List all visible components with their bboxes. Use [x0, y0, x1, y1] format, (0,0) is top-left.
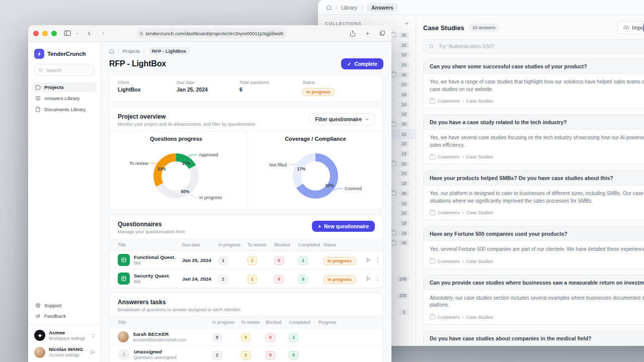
collection-count-badge: 20: [399, 161, 409, 167]
play-button[interactable]: [362, 276, 375, 282]
answer-card[interactable]: Can you share some successful case studi…: [423, 59, 644, 109]
answers-search[interactable]: [423, 39, 644, 54]
share-icon[interactable]: [350, 30, 356, 37]
tendercrunch-logo-icon: [34, 49, 44, 59]
support-link[interactable]: Support: [28, 300, 101, 311]
subcategory-link[interactable]: Case Studies: [466, 210, 494, 215]
answerer-row[interactable]: Unassigned Questions unassigned 2 2 0 0: [110, 346, 383, 362]
complete-button[interactable]: ✓ Complete: [341, 58, 383, 69]
answer-card[interactable]: Have your products helped SMBs? Do you h…: [423, 170, 644, 220]
answer-card[interactable]: Do you have case studies about companies…: [423, 331, 644, 346]
category-link[interactable]: Customers: [438, 259, 460, 264]
legend-not-filled: Not filled: [269, 162, 286, 167]
minimize-window-button[interactable]: [42, 31, 48, 36]
zoom-window-button[interactable]: [51, 31, 57, 36]
sidebar-item-answers-library[interactable]: Answers Library: [32, 93, 97, 103]
filter-questionnaire-dropdown[interactable]: Filter questionnaire: [309, 113, 375, 125]
questionnaire-size: 8kb: [134, 260, 176, 266]
import-label: Import: [632, 25, 644, 31]
brand[interactable]: TenderCrunch: [28, 42, 101, 64]
category-link[interactable]: Customers: [438, 315, 460, 320]
collection-title: Case Studies: [423, 24, 464, 32]
sidebar-item-projects[interactable]: Projects: [32, 82, 97, 92]
extension-icon[interactable]: [270, 31, 275, 36]
new-tab-icon[interactable]: [365, 31, 370, 36]
category-link[interactable]: Customers: [438, 99, 460, 104]
workspace-logo-icon: [34, 330, 45, 341]
home-icon[interactable]: [326, 5, 332, 10]
back-button[interactable]: [87, 31, 92, 36]
chevron-down-icon[interactable]: [75, 31, 79, 36]
play-button[interactable]: [362, 257, 375, 263]
status-label: Status: [302, 80, 375, 85]
breadcrumb-separator: /: [143, 48, 145, 54]
category-link[interactable]: Customers: [438, 210, 460, 215]
answers-list: Can you share some successful case studi…: [423, 59, 644, 346]
workspace-name: Acmee: [49, 330, 85, 336]
collection-count-badge: 206: [397, 293, 409, 299]
book-icon: [35, 96, 41, 101]
category-link[interactable]: Customers: [438, 154, 460, 159]
breadcrumb-library[interactable]: Library: [341, 5, 357, 11]
answer-card[interactable]: Have any Fortune 500 companies used your…: [423, 226, 644, 269]
breadcrumb-current[interactable]: RFP - LightBox: [148, 47, 190, 55]
row-menu-button[interactable]: ⋮: [375, 256, 381, 263]
add-collection-button[interactable]: +: [405, 20, 409, 27]
answerers-title: Answerers tasks: [118, 299, 242, 306]
subcategory-link[interactable]: Case Studies: [466, 259, 494, 264]
workspace-switcher[interactable]: Acmee Workspace settings: [28, 325, 101, 346]
chart-title: Questions progress: [150, 136, 202, 142]
questions-progress-chart: Questions progress 17% 50% 33% Approved …: [110, 132, 247, 209]
total-questions-label: Total questions: [239, 80, 302, 85]
collection-count-badge: 10: [399, 220, 409, 226]
answers-search-input[interactable]: [438, 43, 644, 50]
coverage-compliance-chart: Coverage / Compliance 17% 33% Not filled…: [247, 132, 384, 209]
close-window-button[interactable]: [33, 31, 39, 36]
account-name: Nicolas WANG: [49, 346, 83, 352]
answer-card[interactable]: Do you have a case study related to the …: [423, 115, 644, 164]
to-review-count: 2: [241, 351, 251, 359]
answerer-row[interactable]: Sarah BECKER account@tendercrunch.com 0 …: [110, 328, 383, 346]
folder-icon: [391, 241, 396, 245]
row-menu-button[interactable]: ⋮: [375, 275, 381, 282]
home-icon[interactable]: [109, 49, 114, 54]
question-text: Do you have a case study related to the …: [424, 115, 644, 130]
breadcrumb-projects[interactable]: Projects: [123, 48, 140, 54]
answerer-name: Sarah BECKER: [133, 331, 186, 337]
subcategory-link[interactable]: Case Studies: [466, 99, 494, 104]
address-bar[interactable]: tendercrunch.com/dashboard/projects/clrc…: [137, 28, 286, 38]
folder-icon: [391, 191, 396, 196]
questionnaire-row[interactable]: Functional Quest. 8kb Jan 25, 2024 1 1 0…: [110, 251, 383, 269]
breadcrumb-separator: /: [361, 5, 363, 11]
answer-card[interactable]: Can you provide case studies where busin…: [423, 275, 644, 325]
sidebar-item-documents-library[interactable]: Documents Library: [32, 104, 97, 114]
sidebar-search[interactable]: [34, 64, 95, 76]
subcategory-link[interactable]: Case Studies: [466, 154, 494, 159]
collection-count-badge: 206: [397, 276, 409, 282]
reload-icon[interactable]: [278, 31, 282, 36]
avatar: [34, 347, 45, 358]
to-review-count: 1: [248, 256, 257, 265]
new-questionnaire-label: New questionnaire: [324, 224, 369, 229]
sidebar-toggle-icon[interactable]: [64, 30, 71, 36]
breadcrumb-answers[interactable]: Answers: [367, 3, 398, 12]
logout-icon[interactable]: [90, 349, 96, 355]
filter-label: Filter questionnaire: [315, 117, 362, 122]
in-progress-count: 2: [218, 275, 228, 284]
chevron-down-icon: [365, 117, 369, 122]
sidebar-search-input[interactable]: [45, 67, 91, 73]
document-icon: [35, 107, 41, 112]
collection-count-badge: 40: [399, 72, 409, 78]
feedback-link[interactable]: Feedback: [28, 311, 101, 321]
questionnaire-size: 8kb: [134, 279, 170, 285]
collection-count-badge: 10: [399, 170, 409, 176]
import-button[interactable]: Import: [617, 21, 644, 34]
account-menu[interactable]: Nicolas WANG Account settings: [28, 345, 101, 362]
new-questionnaire-button[interactable]: + New questionnaire: [312, 221, 375, 232]
to-review-count: 1: [248, 275, 257, 284]
subcategory-link[interactable]: Case Studies: [466, 315, 494, 320]
questionnaire-row[interactable]: Security Quest. 8kb Jan 24, 2024 2 1 0 0…: [110, 269, 383, 288]
forward-button[interactable]: [100, 31, 106, 36]
project-page: / Projects / RFP - LightBox RFP - LightB…: [101, 42, 391, 362]
tabs-overview-icon[interactable]: [379, 30, 385, 36]
